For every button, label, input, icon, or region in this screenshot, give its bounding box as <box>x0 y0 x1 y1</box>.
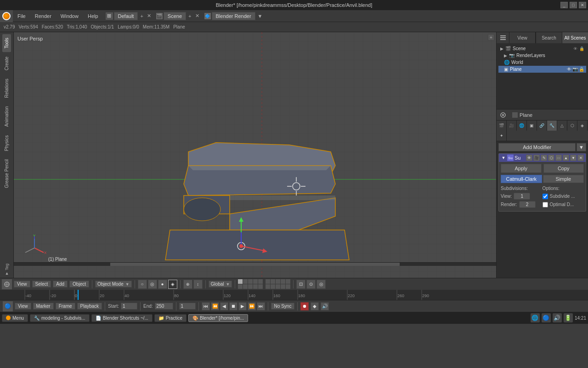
tab-view[interactable]: View <box>509 32 536 43</box>
shading-btn-3[interactable]: ● <box>158 280 167 289</box>
menu-window[interactable]: Window <box>56 10 83 22</box>
current-frame-input[interactable] <box>179 303 196 310</box>
prop-tab-particles[interactable]: ✦ <box>497 131 507 141</box>
modifier-edit-icon[interactable]: ✎ <box>541 155 547 161</box>
add-menu-button[interactable]: Add <box>53 281 68 288</box>
sync-selector[interactable]: No Sync <box>271 303 295 310</box>
network-icon[interactable]: 🌐 <box>531 313 540 322</box>
prop-tab-modifier[interactable]: 🔧 <box>547 121 557 131</box>
prop-tab-texture[interactable]: ◈ <box>577 121 588 131</box>
layer-btn-2[interactable] <box>243 279 248 284</box>
copy-button[interactable]: Copy <box>543 164 584 173</box>
workspace-selector[interactable]: Default <box>114 12 138 20</box>
shading-btn-1[interactable]: ○ <box>138 280 147 289</box>
end-frame-input[interactable] <box>155 303 173 310</box>
step-back-button[interactable]: ⏪ <box>211 302 219 310</box>
modifier-realtime-icon[interactable]: 👁 <box>526 155 532 161</box>
battery-icon[interactable]: 🔋 <box>564 313 573 322</box>
pivot-button[interactable]: ⊕ <box>183 280 192 289</box>
taskbar-app-3[interactable]: 📁 Practice <box>154 314 187 322</box>
scene-add[interactable]: + <box>187 13 192 19</box>
start-frame-input[interactable] <box>121 303 137 310</box>
layer-btn-14[interactable] <box>281 279 285 284</box>
modifier-collapse-icon[interactable]: ▼ <box>501 155 506 161</box>
viewport-corner-button[interactable]: + <box>488 34 494 40</box>
record-button[interactable]: ⏺ <box>300 302 309 310</box>
audio-button[interactable]: 🔊 <box>321 302 329 310</box>
layer-btn-16[interactable] <box>266 284 270 289</box>
view-menu-button[interactable]: View <box>14 281 30 288</box>
sidebar-item-create[interactable]: Create <box>2 53 11 74</box>
modifier-up-icon[interactable]: ▲ <box>563 155 569 161</box>
layer-btn-19[interactable] <box>281 284 285 289</box>
tree-item-scene[interactable]: ▶ 🎬 Scene 👁 🔒 <box>498 45 586 52</box>
play-button[interactable]: ▶ <box>238 302 247 310</box>
object-menu-button[interactable]: Object <box>69 281 89 288</box>
layer-btn-5[interactable] <box>258 279 263 284</box>
layer-btn-11[interactable] <box>266 279 270 284</box>
taskbar-app-4[interactable]: 🎨 Blender* [/home/pin... <box>188 314 248 322</box>
scene-selector[interactable]: Scene <box>164 12 186 20</box>
bluetooth-icon[interactable]: 🔵 <box>542 313 551 322</box>
apply-button[interactable]: Apply <box>501 164 542 173</box>
sidebar-item-relations[interactable]: Relations <box>2 75 11 102</box>
scene-close[interactable]: ✕ <box>194 13 201 19</box>
viewport-3d[interactable]: User Persp + <box>14 32 496 278</box>
prop-tab-scene[interactable]: 🎥 <box>507 121 517 131</box>
taskbar-menu-button[interactable]: Menu <box>2 314 28 322</box>
engine-dropdown-icon[interactable]: ▼ <box>256 13 264 19</box>
workspace-add[interactable]: + <box>139 13 144 19</box>
render-value-input[interactable] <box>519 201 536 208</box>
prop-icon-button[interactable] <box>497 109 509 120</box>
catmull-clark-button[interactable]: Catmull-Clark <box>501 175 542 183</box>
plane-render-icon[interactable]: 📷 <box>572 67 578 72</box>
plane-visibility-icon[interactable]: 👁 <box>567 67 571 72</box>
add-modifier-dropdown[interactable]: ▼ <box>577 143 586 151</box>
playback-view-button[interactable]: View <box>15 303 31 310</box>
sidebar-item-tools[interactable]: Tools <box>2 34 11 52</box>
layer-btn-18[interactable] <box>276 284 280 289</box>
render-engine-selector[interactable]: Blender Render <box>212 12 255 20</box>
prop-tab-constraint[interactable]: 🔗 <box>537 121 547 131</box>
tab-search[interactable]: Search <box>536 32 562 43</box>
maximize-button[interactable]: □ <box>570 2 577 8</box>
layer-btn-6[interactable] <box>238 284 243 289</box>
jump-start-button[interactable]: ⏮ <box>202 302 210 310</box>
menu-render[interactable]: Render <box>30 10 56 22</box>
modifier-expand-icon[interactable]: ⋯ <box>555 155 562 161</box>
modifier-down-icon[interactable]: ▼ <box>570 155 577 161</box>
plane-lock-icon[interactable]: 🔒 <box>579 67 584 72</box>
viewport-scrollbar-h[interactable] <box>14 262 496 266</box>
jump-end-button[interactable]: ⏭ <box>257 302 265 310</box>
scrollbar-thumb-h[interactable] <box>110 263 400 266</box>
layer-btn-8[interactable] <box>248 284 253 289</box>
tree-item-world[interactable]: 🌐 World <box>498 59 586 66</box>
simple-button[interactable]: Simple <box>543 175 584 183</box>
sidebar-item-teg[interactable]: ▼ Teg <box>5 262 9 278</box>
global-local-button[interactable]: Global ▼ <box>209 281 232 288</box>
sidebar-item-physics[interactable]: Physics <box>2 132 11 155</box>
prop-tab-data[interactable]: △ <box>557 121 567 131</box>
viewport-type-button[interactable] <box>2 279 12 289</box>
play-reverse-button[interactable]: ◀ <box>220 302 228 310</box>
sidebar-item-grease-pencil[interactable]: Grease Pencil <box>2 155 11 192</box>
tree-item-plane[interactable]: ▣ Plane 👁 📷 🔒 <box>498 66 586 73</box>
layer-btn-10[interactable] <box>258 284 263 289</box>
layer-btn-20[interactable] <box>286 284 290 289</box>
layer-btn-7[interactable] <box>243 284 248 289</box>
add-modifier-button[interactable]: Add Modifier <box>498 143 576 151</box>
taskbar-app-2[interactable]: 📄 Blender Shortcuts ~/... <box>91 314 153 322</box>
renderlayers-expand-icon[interactable]: ▶ <box>504 53 507 58</box>
prop-tab-render[interactable]: 🎬 <box>497 121 507 131</box>
proportional2-icon[interactable]: ◎ <box>317 280 326 289</box>
layer-btn-3[interactable] <box>248 279 253 284</box>
prop-tab-object[interactable]: ▣ <box>527 121 537 131</box>
scene-visibility[interactable]: 👁 <box>573 46 577 51</box>
subdivide-checkbox[interactable] <box>543 194 548 199</box>
layer-btn-1[interactable] <box>238 279 243 284</box>
view-value-input[interactable] <box>514 193 530 200</box>
keyframe-button[interactable]: ◆ <box>311 302 319 310</box>
tree-item-renderlayers[interactable]: ▶ 📷 RenderLayers <box>498 52 586 59</box>
transform-gizmo[interactable] <box>216 212 271 267</box>
menu-help[interactable]: Help <box>83 10 103 22</box>
